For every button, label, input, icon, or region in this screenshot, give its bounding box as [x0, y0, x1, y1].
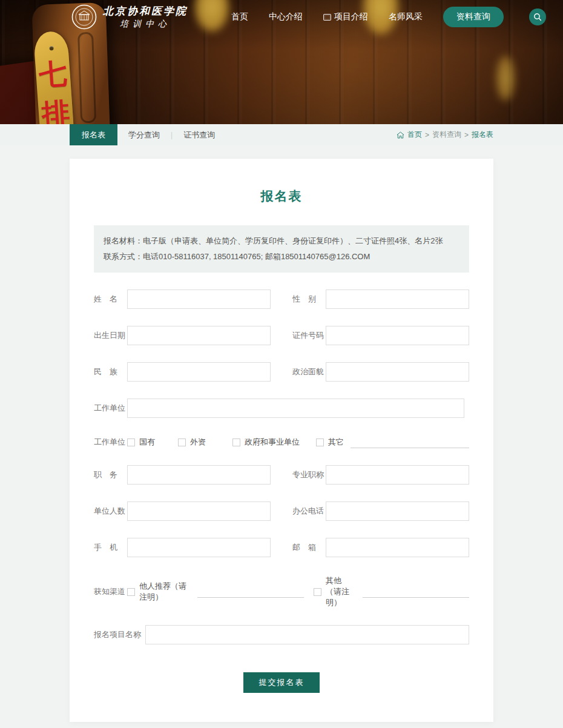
- main-nav: 首页 中心介绍 项目介绍 名师风采 资料查询: [231, 7, 546, 27]
- other-channel-note-input[interactable]: [363, 586, 469, 598]
- nav-cta-materials[interactable]: 资料查询: [443, 7, 504, 27]
- nav-item-teachers[interactable]: 名师风采: [389, 12, 423, 22]
- field-unit-size: 单位人数: [94, 501, 271, 521]
- post-groove: [77, 32, 96, 124]
- field-work-unit: 工作单位: [94, 399, 469, 418]
- channel-option-referral: 他人推荐（请注明）: [127, 581, 304, 603]
- unit-type-option-state: 国有: [127, 437, 178, 448]
- nav-item-center-intro[interactable]: 中心介绍: [269, 12, 303, 22]
- form-row: 姓 名 性 别: [94, 290, 469, 309]
- government-checkbox[interactable]: [232, 438, 240, 446]
- channel-label: 获知渠道: [94, 586, 127, 597]
- email-input[interactable]: [326, 538, 469, 557]
- channel-option-other: 其他（请注明）: [314, 575, 469, 608]
- unit-size-label: 单位人数: [94, 506, 127, 517]
- registration-form-card: 报名表 报名材料：电子版（申请表、单位简介、学历复印件、身份证复印件）、二寸证件…: [70, 159, 493, 722]
- form-row: 职 务 专业职称: [94, 465, 469, 485]
- breadcrumb-materials[interactable]: 资料查询: [432, 130, 461, 140]
- referral-label: 他人推荐（请注明）: [139, 581, 191, 603]
- page-title: 报名表: [94, 188, 469, 205]
- other-channel-checkbox[interactable]: [314, 588, 321, 596]
- field-name: 姓 名: [94, 290, 271, 309]
- office-phone-label: 办公电话: [292, 506, 326, 517]
- birthdate-input[interactable]: [127, 326, 271, 345]
- site-logo[interactable]: 北京协和医学院 培训中心: [71, 4, 188, 30]
- breadcrumb-home[interactable]: 首页: [407, 130, 422, 140]
- search-icon: [533, 13, 542, 21]
- unit-type-option-government: 政府和事业单位: [232, 437, 316, 448]
- field-politics: 政治面貌: [292, 362, 469, 382]
- other-unit-input[interactable]: [351, 436, 469, 448]
- gender-label: 性 别: [292, 294, 326, 305]
- unit-type-option-other: 其它: [316, 436, 469, 448]
- state-owned-checkbox[interactable]: [127, 438, 135, 446]
- notice-contact: 联系方式：电话010-58116037, 18501140765; 邮箱1850…: [104, 249, 459, 265]
- field-mobile: 手 机: [94, 538, 271, 557]
- field-channel: 获知渠道 他人推荐（请注明） 其他（请注明）: [94, 575, 469, 608]
- blurred-seat-tag: [496, 56, 515, 101]
- notice-box: 报名材料：电子版（申请表、单位简介、学历复印件、身份证复印件）、二寸证件照4张、…: [94, 225, 469, 273]
- submit-area: 提交报名表: [94, 672, 469, 693]
- mobile-label: 手 机: [94, 542, 127, 553]
- tag-char-row: 排: [41, 97, 70, 124]
- unit-type-option-foreign: 外资: [178, 437, 232, 448]
- work-unit-label: 工作单位: [94, 403, 127, 414]
- tag-char-seven: 七: [38, 58, 68, 91]
- main-content: 报名表 报名材料：电子版（申请表、单位简介、学历复印件、身份证复印件）、二寸证件…: [0, 145, 563, 728]
- referral-checkbox[interactable]: [127, 588, 135, 596]
- tab-certificate-query[interactable]: 证书查询: [173, 124, 226, 145]
- foreign-label: 外资: [190, 437, 206, 448]
- unit-type-label: 工作单位: [94, 437, 127, 448]
- project-name-input[interactable]: [145, 625, 469, 644]
- office-phone-input[interactable]: [326, 501, 469, 521]
- prof-title-input[interactable]: [326, 465, 469, 485]
- name-label: 姓 名: [94, 294, 127, 305]
- ethnicity-input[interactable]: [127, 362, 271, 382]
- other-channel-label: 其他（请注明）: [326, 575, 356, 608]
- nav-item-projects[interactable]: 项目介绍: [323, 12, 368, 22]
- nav-item-home[interactable]: 首页: [231, 12, 248, 22]
- birthdate-label: 出生日期: [94, 330, 127, 341]
- field-prof-title: 专业职称: [292, 465, 469, 485]
- sub-nav-strip: 报名表 学分查询 | 证书查询 首页 > 资料查询 > 报名表: [0, 124, 563, 145]
- foreign-checkbox[interactable]: [178, 438, 186, 446]
- field-id-number: 证件号码: [292, 326, 469, 345]
- nav-item-projects-label: 项目介绍: [334, 12, 368, 22]
- government-label: 政府和事业单位: [245, 437, 300, 448]
- field-ethnicity: 民 族: [94, 362, 271, 382]
- field-email: 邮 箱: [292, 538, 469, 557]
- mobile-input[interactable]: [127, 538, 271, 557]
- logo-title: 北京协和医学院: [103, 4, 188, 18]
- breadcrumb-current: 报名表: [472, 130, 493, 140]
- other-unit-checkbox[interactable]: [316, 438, 324, 446]
- field-project-name: 报名项目名称: [94, 625, 469, 644]
- name-input[interactable]: [127, 290, 271, 309]
- submit-button[interactable]: 提交报名表: [243, 672, 320, 693]
- tab-credit-query[interactable]: 学分查询: [117, 124, 171, 145]
- state-owned-label: 国有: [139, 437, 155, 448]
- search-button[interactable]: [529, 8, 546, 25]
- id-number-label: 证件号码: [292, 330, 326, 341]
- field-position: 职 务: [94, 465, 271, 485]
- position-input[interactable]: [127, 465, 271, 485]
- prof-title-label: 专业职称: [292, 469, 326, 480]
- top-navigation-bar: 北京协和医学院 培训中心 首页 中心介绍 项目介绍 名师风采 资料查询: [0, 0, 563, 34]
- logo-subtitle: 培训中心: [103, 19, 188, 30]
- logo-text: 北京协和医学院 培训中心: [103, 4, 188, 30]
- gender-input[interactable]: [326, 290, 469, 309]
- breadcrumb-sep: >: [425, 131, 429, 139]
- hero-banner: 七 排 北京协和医学院 培训中心 首页 中心介绍 项目介绍: [0, 0, 563, 124]
- field-office-phone: 办公电话: [292, 501, 469, 521]
- ethnicity-label: 民 族: [94, 366, 127, 377]
- politics-input[interactable]: [326, 362, 469, 382]
- work-unit-input[interactable]: [127, 399, 464, 418]
- tab-registration-form[interactable]: 报名表: [70, 124, 117, 145]
- tag-nail: [49, 46, 53, 50]
- politics-label: 政治面貌: [292, 366, 326, 377]
- referral-note-input[interactable]: [197, 586, 304, 598]
- other-unit-label: 其它: [328, 437, 344, 448]
- notice-materials: 报名材料：电子版（申请表、单位简介、学历复印件、身份证复印件）、二寸证件照4张、…: [104, 233, 459, 249]
- id-number-input[interactable]: [326, 326, 469, 345]
- unit-size-input[interactable]: [127, 501, 271, 521]
- form-row: 民 族 政治面貌: [94, 362, 469, 382]
